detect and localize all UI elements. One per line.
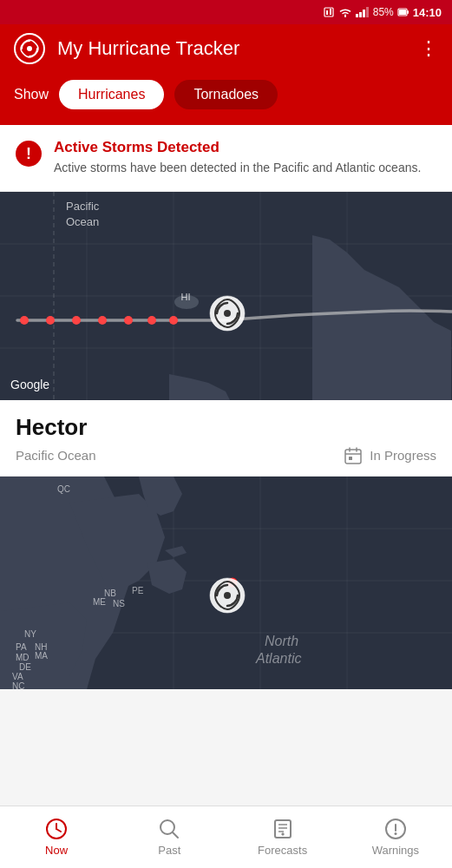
nav-item-now[interactable]: Now: [0, 818, 113, 857]
forecasts-icon: [272, 818, 294, 840]
svg-text:North: North: [265, 634, 298, 648]
time-display: 14:10: [413, 6, 442, 19]
svg-text:PE: PE: [132, 586, 144, 595]
alert-banner: ! Active Storms Detected Active storms h…: [0, 125, 452, 192]
pacific-ocean-label: Pacific Ocean: [66, 199, 99, 230]
svg-rect-8: [399, 10, 406, 15]
header: My Hurricane Tracker ⋮: [0, 24, 452, 73]
svg-point-30: [224, 310, 231, 317]
storm-name: Hector: [16, 414, 436, 441]
nav-label-past: Past: [158, 844, 180, 857]
storm-status: In Progress: [344, 446, 436, 465]
svg-text:NB: NB: [104, 589, 116, 598]
svg-point-60: [224, 592, 231, 599]
svg-text:NS: NS: [113, 599, 125, 608]
svg-point-27: [147, 316, 156, 325]
calendar-icon: [344, 446, 363, 465]
nav-item-past[interactable]: Past: [113, 818, 226, 857]
bottom-nav: Now Past Forecasts Warnings: [0, 806, 452, 868]
nav-label-now: Now: [45, 844, 68, 857]
nav-item-warnings[interactable]: Warnings: [339, 818, 452, 857]
charging-icon: [397, 7, 409, 17]
svg-text:PA: PA: [16, 642, 27, 652]
svg-point-72: [394, 832, 396, 835]
storm-status-text: In Progress: [370, 448, 436, 463]
sim-icon: [323, 6, 335, 18]
svg-text:DE: DE: [19, 662, 31, 672]
storm-card-hector[interactable]: Hector Pacific Ocean In Progress: [0, 400, 452, 477]
google-attribution-1: Google: [10, 378, 49, 391]
battery-level: 85%: [373, 6, 394, 18]
svg-line-65: [173, 832, 178, 838]
svg-rect-3: [356, 14, 358, 17]
svg-text:VA: VA: [12, 672, 23, 681]
app-title: My Hurricane Tracker: [57, 37, 239, 60]
svg-text:HI: HI: [181, 292, 191, 302]
signal-icon: [356, 7, 370, 17]
past-icon: [158, 818, 180, 840]
nav-label-forecasts: Forecasts: [258, 844, 307, 857]
svg-text:Atlantic: Atlantic: [255, 651, 301, 666]
app-logo: [14, 33, 45, 64]
storm-details: Pacific Ocean In Progress: [16, 446, 436, 465]
alert-title: Active Storms Detected: [54, 139, 421, 156]
svg-point-11: [27, 46, 32, 51]
svg-rect-9: [407, 10, 409, 14]
svg-point-25: [98, 316, 107, 325]
svg-rect-0: [324, 8, 333, 16]
hurricane-symbol-2: [208, 576, 246, 615]
svg-text:NC: NC: [12, 681, 24, 689]
now-icon: [45, 818, 68, 840]
status-bar: 85% 14:10: [0, 0, 452, 24]
header-left: My Hurricane Tracker: [14, 33, 239, 64]
svg-point-23: [46, 316, 55, 325]
svg-rect-5: [363, 10, 365, 17]
filter-row: Show Hurricanes Tornadoes: [0, 73, 452, 125]
show-label: Show: [14, 87, 49, 102]
svg-text:MA: MA: [35, 651, 48, 661]
svg-rect-31: [345, 450, 361, 464]
svg-rect-4: [359, 12, 362, 17]
svg-text:MD: MD: [16, 653, 29, 662]
svg-point-22: [20, 316, 29, 325]
header-menu-button[interactable]: ⋮: [419, 37, 438, 60]
storm-location: Pacific Ocean: [16, 448, 96, 463]
svg-rect-1: [326, 10, 328, 15]
svg-text:ME: ME: [93, 597, 106, 607]
alert-exclamation: !: [26, 145, 31, 163]
alert-body: Active storms have been detected in the …: [54, 160, 421, 177]
svg-point-28: [169, 316, 178, 325]
svg-rect-2: [330, 9, 331, 15]
status-icons: 85% 14:10: [323, 6, 442, 19]
pacific-map[interactable]: HI Pacific Ocean Google: [0, 192, 452, 400]
alert-text: Active Storms Detected Active storms hav…: [54, 139, 421, 177]
atlantic-map[interactable]: NY PA MD DE VA NC NH MA ME NB PE NS QC N…: [0, 477, 452, 689]
svg-point-26: [124, 316, 133, 325]
wifi-icon: [338, 7, 352, 17]
nav-label-warnings: Warnings: [372, 844, 419, 857]
svg-text:NY: NY: [24, 629, 36, 639]
nav-item-forecasts[interactable]: Forecasts: [226, 818, 339, 857]
svg-rect-35: [349, 457, 352, 460]
hurricanes-filter-button[interactable]: Hurricanes: [59, 80, 164, 109]
svg-point-24: [72, 316, 81, 325]
svg-rect-6: [366, 7, 369, 17]
tornadoes-filter-button[interactable]: Tornadoes: [174, 80, 278, 109]
alert-icon: !: [16, 141, 42, 167]
svg-line-63: [56, 829, 61, 832]
warnings-icon: [384, 818, 407, 840]
hurricane-symbol-1: [208, 294, 246, 332]
svg-text:QC: QC: [57, 484, 70, 494]
